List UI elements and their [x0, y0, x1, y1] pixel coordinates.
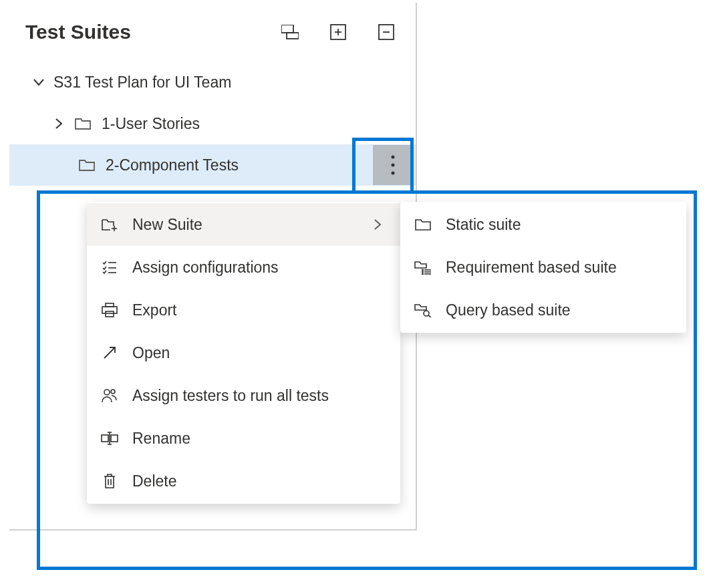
menu-open[interactable]: Open [87, 331, 400, 374]
tree-item-label: 2-Component Tests [106, 156, 373, 174]
people-icon [100, 388, 119, 403]
svg-line-35 [428, 315, 431, 317]
svg-point-31 [422, 269, 424, 271]
expand-icon[interactable] [325, 19, 351, 45]
submenu-static-suite[interactable]: Static suite [400, 203, 686, 246]
menu-item-label: Delete [132, 472, 387, 490]
menu-item-label: Static suite [446, 216, 673, 234]
tree-item-label: 1-User Stories [102, 115, 408, 133]
svg-rect-17 [106, 311, 114, 317]
menu-item-label: Export [132, 301, 387, 319]
tree-plan-label: S31 Test Plan for UI Team [53, 74, 408, 92]
toolbar-suite-icon[interactable] [277, 19, 303, 45]
folder-icon [414, 218, 432, 231]
tree-plan-row[interactable]: S31 Test Plan for UI Team [9, 61, 416, 103]
menu-assign-testers[interactable]: Assign testers to run all tests [87, 374, 400, 417]
svg-point-34 [424, 311, 429, 316]
menu-export[interactable]: Export [87, 289, 400, 331]
menu-delete[interactable]: Delete [87, 460, 400, 502]
svg-point-9 [392, 172, 395, 175]
new-suite-submenu: Static suite Requirement based suite Que… [400, 202, 686, 333]
svg-point-32 [422, 271, 424, 273]
svg-rect-21 [102, 435, 108, 442]
rename-icon [100, 432, 119, 445]
svg-point-19 [104, 390, 110, 395]
svg-rect-16 [102, 307, 117, 313]
chevron-down-icon[interactable] [31, 78, 47, 86]
menu-item-label: Query based suite [446, 301, 673, 319]
open-icon [100, 345, 119, 360]
delete-icon [100, 473, 119, 489]
svg-point-8 [392, 164, 395, 167]
submenu-query-suite[interactable]: Query based suite [400, 289, 686, 331]
svg-point-33 [422, 273, 424, 275]
menu-rename[interactable]: Rename [87, 417, 400, 460]
tree-item-user-stories[interactable]: 1-User Stories [9, 103, 416, 144]
menu-item-label: New Suite [132, 216, 360, 234]
chevron-right-icon [374, 218, 387, 231]
panel-header: Test Suites [9, 3, 416, 59]
menu-item-label: Rename [132, 430, 387, 448]
svg-line-18 [104, 347, 115, 358]
collapse-icon[interactable] [373, 19, 400, 45]
submenu-requirement-suite[interactable]: Requirement based suite [400, 246, 686, 289]
menu-new-suite[interactable]: New Suite [87, 203, 400, 246]
checklist-icon [100, 261, 119, 274]
folder-list-icon [414, 260, 432, 275]
new-suite-icon [100, 218, 119, 231]
more-options-button[interactable] [373, 145, 413, 185]
svg-rect-22 [111, 435, 118, 442]
folder-query-icon [414, 303, 432, 317]
panel-title: Test Suites [25, 21, 255, 43]
suite-tree: S31 Test Plan for UI Team 1-User Stories… [9, 59, 416, 186]
menu-item-label: Assign configurations [132, 259, 387, 277]
print-icon [100, 303, 119, 317]
tree-item-component-tests[interactable]: 2-Component Tests [9, 144, 416, 186]
svg-rect-0 [281, 25, 293, 33]
folder-icon [74, 117, 92, 130]
menu-item-label: Open [132, 344, 387, 362]
svg-point-7 [392, 156, 395, 159]
svg-point-20 [111, 390, 115, 394]
svg-rect-1 [287, 33, 299, 39]
chevron-right-icon[interactable] [51, 118, 67, 130]
context-menu: New Suite Assign configurations Export [87, 202, 400, 504]
folder-icon [78, 158, 96, 172]
menu-assign-configurations[interactable]: Assign configurations [87, 246, 400, 289]
menu-item-label: Requirement based suite [446, 259, 673, 277]
menu-item-label: Assign testers to run all tests [132, 387, 387, 405]
